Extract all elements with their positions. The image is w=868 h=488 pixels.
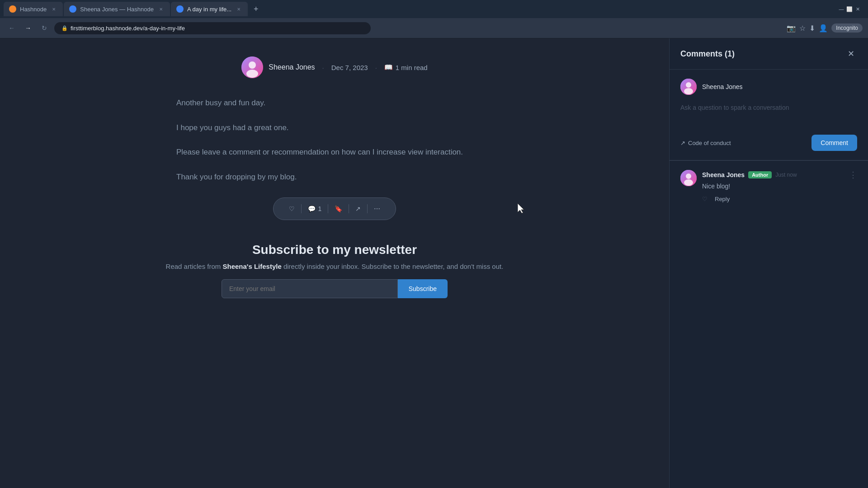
bookmark-button[interactable]: 🔖: [328, 202, 349, 215]
svg-point-4: [686, 82, 691, 88]
share-button[interactable]: ↗: [349, 202, 367, 215]
lock-icon: 🔒: [61, 25, 68, 31]
url-bar[interactable]: 🔒 firsttimerblog.hashnode.dev/a-day-in-m…: [54, 22, 371, 34]
like-button[interactable]: ♡: [283, 202, 301, 215]
external-link-icon: ↗: [680, 140, 685, 146]
incognito-badge: Incognito: [831, 23, 863, 33]
tab-a-day[interactable]: A day in my life... ✕: [171, 2, 248, 16]
newsletter-blog-name: Sheena's Lifestyle: [222, 263, 281, 270]
back-button[interactable]: ←: [5, 22, 18, 34]
tab-bar: Hashnode ✕ Sheena Jones — Hashnode ✕ A d…: [0, 0, 868, 18]
comment-reply-button[interactable]: Reply: [715, 196, 730, 202]
close-comments-button[interactable]: ✕: [844, 47, 857, 60]
page-wrapper: Sheena Jones · Dec 7, 2023 · 📖 1 min rea…: [0, 38, 868, 488]
comment-item-avatar: [680, 170, 697, 186]
comment-form-actions: ↗ Code of conduct Comment: [680, 135, 857, 151]
tab-label-1: Hashnode: [20, 6, 47, 13]
tab-label-2: Sheena Jones — Hashnode: [80, 6, 154, 13]
svg-point-7: [686, 174, 691, 179]
post-author-bar: Sheena Jones · Dec 7, 2023 · 📖 1 min rea…: [27, 56, 642, 78]
main-content: Sheena Jones · Dec 7, 2023 · 📖 1 min rea…: [0, 38, 669, 488]
camera-icon: 📷: [787, 24, 796, 33]
more-icon: ⋯: [374, 205, 380, 212]
paragraph-4: Thank you for dropping by my blog.: [176, 170, 493, 184]
forward-button[interactable]: →: [22, 22, 34, 34]
svg-point-5: [684, 88, 693, 94]
comment-input-username: Sheena Jones: [702, 83, 743, 90]
book-icon: 📖: [384, 63, 393, 71]
comment-more-button[interactable]: ⋮: [849, 170, 857, 180]
comments-sidebar: Comments (1) ✕: [669, 38, 868, 488]
address-bar: ← → ↻ 🔒 firsttimerblog.hashnode.dev/a-da…: [0, 18, 868, 38]
newsletter-description: Read articles from Sheena's Lifestyle di…: [27, 263, 642, 270]
svg-point-2: [246, 70, 258, 78]
post-date: Dec 7, 2023: [331, 64, 368, 71]
paragraph-3: Please leave a comment or recommendation…: [176, 145, 493, 160]
comments-header: Comments (1) ✕: [670, 38, 868, 70]
tab-close-3[interactable]: ✕: [235, 5, 242, 13]
tab-hashnode[interactable]: Hashnode ✕: [4, 2, 63, 16]
newsletter-email-input[interactable]: [222, 279, 398, 298]
comment-item-author: Sheena Jones: [702, 171, 745, 178]
comment-thread: Sheena Jones Author Just now ⋮ Nice blog…: [670, 160, 868, 211]
comment-count: 1: [318, 205, 322, 212]
comment-input-area: Sheena Jones Ask a question to spark a c…: [670, 70, 868, 160]
newsletter-heading: Subscribe to my newsletter: [27, 243, 642, 257]
minimize-button[interactable]: —: [838, 6, 844, 12]
comment-item-actions: ♡ Reply: [702, 196, 857, 202]
tab-favicon-3: [176, 5, 184, 13]
tab-close-1[interactable]: ✕: [50, 5, 57, 13]
heart-icon: ♡: [289, 205, 295, 212]
comment-item-time: Just now: [775, 172, 797, 178]
comment-item: Sheena Jones Author Just now ⋮ Nice blog…: [680, 170, 857, 202]
author-badge: Author: [748, 171, 772, 178]
comment-item-body: Sheena Jones Author Just now ⋮ Nice blog…: [702, 170, 857, 202]
close-window-button[interactable]: ✕: [854, 6, 861, 12]
address-right: 📷 ☆ ⬇ 👤 Incognito: [787, 23, 863, 33]
url-text: firsttimerblog.hashnode.dev/a-day-in-my-…: [71, 25, 185, 32]
window-controls: — ⬜ ✕: [838, 6, 864, 12]
paragraph-2: I hope you guys had a great one.: [176, 121, 493, 135]
bookmark-icon: 🔖: [335, 205, 342, 212]
star-icon[interactable]: ☆: [799, 24, 806, 33]
tab-sheena-hashnode[interactable]: Sheena Jones — Hashnode ✕: [64, 2, 170, 16]
blog-content: Another busy and fun day. I hope you guy…: [176, 96, 493, 184]
tab-label-3: A day in my life...: [187, 6, 231, 13]
heart-outline-icon: ♡: [702, 196, 708, 202]
author-name: Sheena Jones: [269, 63, 315, 71]
download-icon[interactable]: ⬇: [809, 24, 815, 33]
comment-placeholder: Ask a question to spark a conversation: [680, 104, 789, 111]
read-time-text: 1 min read: [396, 64, 428, 71]
comment-icon: 💬: [308, 205, 316, 212]
post-meta: Sheena Jones · Dec 7, 2023 · 📖 1 min rea…: [269, 63, 427, 71]
code-of-conduct-link[interactable]: ↗ Code of conduct: [680, 140, 731, 146]
avatar: [241, 56, 263, 78]
separator-2: ·: [375, 64, 377, 71]
comment-like-button[interactable]: ♡: [702, 196, 708, 202]
newsletter-section: Subscribe to my newsletter Read articles…: [27, 234, 642, 298]
maximize-button[interactable]: ⬜: [846, 6, 853, 12]
newsletter-subscribe-button[interactable]: Subscribe: [398, 279, 448, 298]
code-of-conduct-label: Code of conduct: [688, 140, 731, 146]
comment-item-text: Nice blog!: [702, 182, 857, 191]
comment-input-avatar: [680, 79, 697, 95]
newsletter-form: Subscribe: [222, 279, 448, 298]
tab-favicon-2: [69, 5, 76, 13]
comment-text-area[interactable]: Ask a question to spark a conversation: [680, 100, 857, 127]
new-tab-button[interactable]: +: [249, 2, 263, 16]
more-button[interactable]: ⋯: [368, 202, 387, 215]
comment-item-header: Sheena Jones Author Just now ⋮: [702, 170, 857, 180]
profile-icon[interactable]: 👤: [819, 24, 828, 33]
paragraph-1: Another busy and fun day.: [176, 96, 493, 110]
tab-close-2[interactable]: ✕: [157, 5, 165, 13]
svg-point-8: [684, 179, 693, 186]
comment-user-row: Sheena Jones: [680, 79, 857, 95]
separator-1: ·: [322, 64, 324, 71]
browser-chrome: Hashnode ✕ Sheena Jones — Hashnode ✕ A d…: [0, 0, 868, 38]
comment-submit-button[interactable]: Comment: [811, 135, 857, 151]
comments-title: Comments (1): [680, 49, 735, 59]
share-icon: ↗: [355, 205, 361, 212]
refresh-button[interactable]: ↻: [38, 22, 51, 34]
tab-favicon-1: [9, 5, 16, 13]
comment-button[interactable]: 💬 1: [302, 202, 328, 215]
